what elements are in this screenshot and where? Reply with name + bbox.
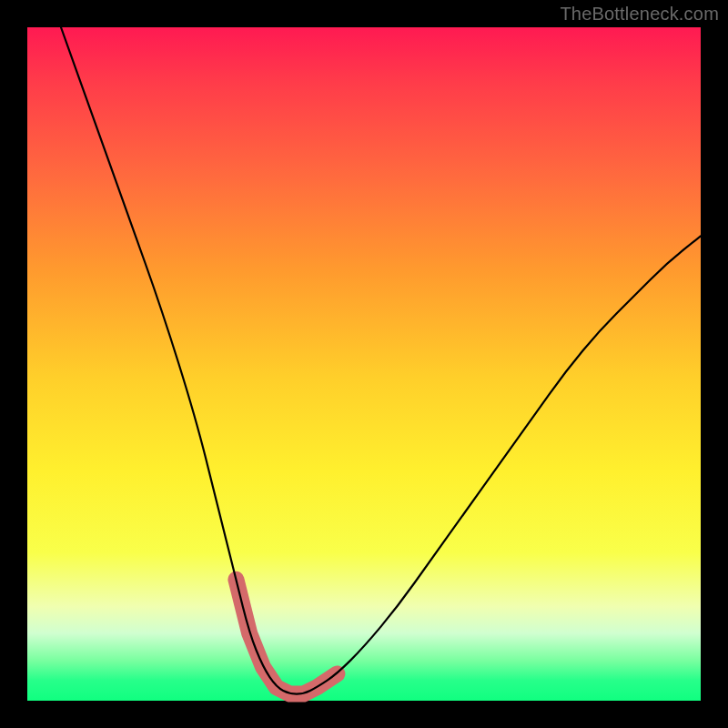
bottleneck-curve xyxy=(61,27,701,694)
chart-frame: TheBottleneck.com xyxy=(0,0,728,728)
watermark-text: TheBottleneck.com xyxy=(560,4,719,25)
curve-svg xyxy=(27,27,701,701)
plot-area xyxy=(27,27,701,701)
